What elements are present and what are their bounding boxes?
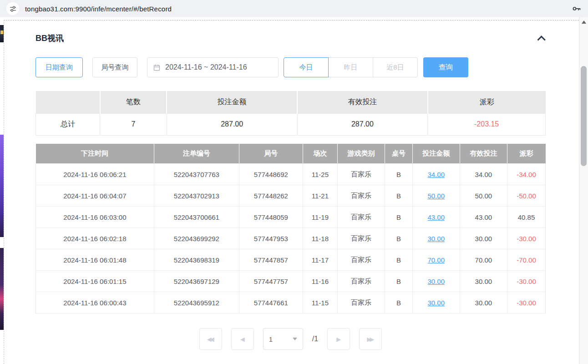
summary-total-payout: -203.15 [428,113,546,135]
summary-header-blank [36,91,100,113]
first-page-button[interactable]: ◀◀ [199,328,222,350]
cell-valid-bet: 43.00 [460,207,507,228]
cell-game-type: 百家乐 [338,292,385,313]
cell-payout: -30.00 [507,271,545,292]
bet-amount-link[interactable]: 30.00 [427,278,445,285]
cell-session: 11-17 [303,249,337,271]
summary-table: 笔数 投注金额 有效投注 派彩 总计 7 287.00 287.00 -203.… [35,91,546,136]
summary-total-label: 总计 [36,113,100,135]
summary-total-count: 7 [100,113,167,135]
records-body: 2024-11-16 06:06:21 522043707763 5774486… [36,164,546,313]
cell-session: 11-21 [303,185,337,207]
last-8-days-button[interactable]: 近8日 [373,57,418,77]
chevron-down-icon [293,338,297,340]
cell-bet-time: 2024-11-16 06:02:18 [36,228,154,249]
bet-amount-link[interactable]: 30.00 [427,299,445,307]
record-row: 2024-11-16 06:01:48 522043698319 5774478… [36,249,546,271]
double-chevron-left-icon: ◀◀ [207,336,213,343]
cell-table-no: B [385,185,412,207]
col-header-table-no: 桌号 [385,144,412,164]
cell-order-no: 522043700661 [154,207,239,228]
date-query-button[interactable]: 日期查询 [35,57,83,77]
next-page-button[interactable]: ▶ [327,328,350,350]
record-row: 2024-11-16 06:01:15 522043697129 5774477… [36,271,546,292]
date-range-input[interactable]: 2024-11-16 ~ 2024-11-16 [147,57,279,77]
cell-table-no: B [385,228,412,249]
cell-bet-amount: 50.00 [412,185,460,207]
cell-table-no: B [385,164,412,185]
cell-bet-amount: 30.00 [412,271,460,292]
summary-header-valid-bet: 有效投注 [297,91,428,113]
cell-round-no: 577447953 [239,228,303,249]
summary-total-valid-bet: 287.00 [297,113,428,135]
page-select[interactable]: 1 [263,328,303,350]
cell-bet-time: 2024-11-16 06:01:15 [36,271,154,292]
cell-session: 11-15 [303,292,337,313]
cell-session: 11-18 [303,228,337,249]
background-fragment [0,135,4,237]
bet-amount-link[interactable]: 30.00 [427,235,445,243]
scrollbar[interactable] [579,17,588,364]
cell-order-no: 522043702913 [154,185,239,207]
url-text[interactable]: tongbao31.com:9900/infe/mcenter/#/betRec… [25,5,572,13]
record-row: 2024-11-16 06:00:43 522043695912 5774476… [36,292,546,313]
scroll-up-arrow-icon[interactable] [582,20,586,24]
bet-amount-link[interactable]: 50.00 [427,192,445,200]
cell-payout: -30.00 [507,228,545,249]
scrollbar-thumb[interactable] [581,66,587,166]
cell-table-no: B [385,271,412,292]
cell-valid-bet: 30.00 [460,292,507,313]
col-header-payout: 派彩 [507,144,545,164]
date-range-value: 2024-11-16 ~ 2024-11-16 [165,63,247,71]
col-header-valid-bet: 有效投注 [460,144,507,164]
record-row: 2024-11-16 06:04:07 522043702913 5774482… [36,185,546,207]
round-query-button[interactable]: 局号查询 [92,57,137,77]
chevron-left-icon: ◀ [240,336,245,343]
records-table: 下注时间 注单编号 局号 场次 游戏类别 桌号 投注金额 有效投注 派彩 202… [35,144,546,314]
site-info-button[interactable] [6,2,19,15]
cell-order-no: 522043698319 [154,249,239,271]
cell-round-no: 577448059 [239,207,303,228]
cell-round-no: 577448262 [239,185,303,207]
summary-header-bet-amount: 投注金额 [167,91,297,113]
cell-round-no: 577448692 [239,164,303,185]
col-header-bet-amount: 投注金额 [412,144,460,164]
prev-page-button[interactable]: ◀ [231,328,254,350]
bet-amount-link[interactable]: 43.00 [427,213,445,221]
search-button[interactable]: 查询 [423,57,468,77]
summary-header-payout: 派彩 [428,91,546,113]
cell-valid-bet: 50.00 [460,185,507,207]
bet-amount-link[interactable]: 70.00 [427,256,445,264]
pagination: ◀◀ ◀ 1 /1 ▶ ▶▶ [35,328,546,350]
bet-amount-link[interactable]: 34.00 [427,171,445,178]
cell-bet-time: 2024-11-16 06:04:07 [36,185,154,207]
panel-header: BB视讯 [35,33,546,44]
cell-valid-bet: 30.00 [460,228,507,249]
cell-table-no: B [385,292,412,313]
cell-table-no: B [385,207,412,228]
col-header-round-no: 局号 [239,144,303,164]
last-page-button[interactable]: ▶▶ [359,328,382,350]
password-manager-button[interactable] [572,4,582,14]
quick-date-segmented: 今日 昨日 近8日 [284,57,418,77]
cell-session: 11-19 [303,207,337,228]
cell-valid-bet: 70.00 [460,249,507,271]
cell-order-no: 522043695912 [154,292,239,313]
cell-table-no: B [385,249,412,271]
today-button[interactable]: 今日 [284,57,329,77]
yesterday-button[interactable]: 昨日 [328,57,373,77]
cell-bet-time: 2024-11-16 06:06:21 [36,164,154,185]
calendar-icon [153,64,161,71]
record-row: 2024-11-16 06:06:21 522043707763 5774486… [36,164,546,185]
collapse-chevron-up-icon[interactable] [537,35,545,44]
cell-order-no: 522043707763 [154,164,239,185]
cell-session: 11-25 [303,164,337,185]
cell-bet-time: 2024-11-16 06:00:43 [36,292,154,313]
summary-header-count: 笔数 [100,91,167,113]
record-row: 2024-11-16 06:02:18 522043699292 5774479… [36,228,546,249]
cell-bet-amount: 70.00 [412,249,460,271]
cell-valid-bet: 30.00 [460,271,507,292]
page-select-value: 1 [269,335,293,343]
cell-payout: -70.00 [507,249,545,271]
cell-payout: -50.00 [507,185,545,207]
